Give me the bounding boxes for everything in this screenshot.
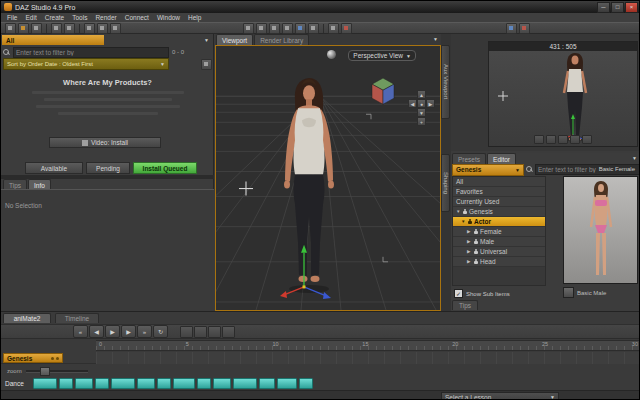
expand-icon[interactable]: ▼ bbox=[461, 219, 466, 224]
connect-status-icon[interactable] bbox=[506, 23, 517, 34]
viewport-3d[interactable]: Perspective View ▼ ▲ ◀ ● ▶ ▼ + bbox=[215, 45, 441, 311]
orbit-right-icon[interactable]: ▶ bbox=[426, 99, 435, 108]
universal-tool-icon[interactable] bbox=[295, 23, 306, 34]
cut-icon[interactable] bbox=[84, 23, 95, 34]
tab-render-library[interactable]: Render Library bbox=[254, 34, 309, 45]
surface-selection-tool-icon[interactable] bbox=[308, 23, 319, 34]
translate-tool-icon[interactable] bbox=[269, 23, 280, 34]
menu-help[interactable]: Help bbox=[184, 14, 205, 21]
anim-clip-block[interactable] bbox=[213, 378, 231, 389]
track-mute-icon[interactable] bbox=[51, 357, 54, 360]
tree-node-genesis[interactable]: ▼ Genesis bbox=[453, 207, 545, 217]
animate-options-icon[interactable] bbox=[222, 326, 235, 338]
zoom-tool-icon[interactable]: + bbox=[417, 117, 426, 126]
render-icon[interactable] bbox=[341, 23, 352, 34]
anim-clip-block[interactable] bbox=[197, 378, 211, 389]
redo-icon[interactable] bbox=[64, 23, 75, 34]
step-forward-icon[interactable]: ▶ bbox=[121, 325, 136, 338]
new-scene-icon[interactable] bbox=[5, 23, 16, 34]
animate-settings-icon[interactable] bbox=[208, 326, 221, 338]
anim-clip-block[interactable] bbox=[33, 378, 57, 389]
collapse-icon[interactable]: ▶ bbox=[467, 239, 472, 244]
orbit-center-icon[interactable]: ● bbox=[417, 99, 426, 108]
list-item-favorites[interactable]: Favorites bbox=[453, 187, 545, 197]
delete-keyframe-icon[interactable] bbox=[194, 326, 207, 338]
viewport-pane-menu-icon[interactable]: ▼ bbox=[433, 36, 438, 42]
tab-install-queued[interactable]: Install Queued bbox=[133, 162, 197, 174]
zoom-slider[interactable] bbox=[26, 367, 88, 374]
tab-all[interactable]: All bbox=[2, 35, 104, 45]
help-icon[interactable] bbox=[519, 23, 530, 34]
anim-clip-block[interactable] bbox=[233, 378, 257, 389]
anim-clip-block[interactable] bbox=[137, 378, 155, 389]
camera-icon[interactable] bbox=[328, 23, 339, 34]
save-file-icon[interactable] bbox=[31, 23, 42, 34]
zoom-slider-handle[interactable] bbox=[40, 367, 50, 376]
step-back-icon[interactable]: ◀ bbox=[89, 325, 104, 338]
figure-dropdown[interactable]: Genesis ▼ bbox=[452, 164, 524, 176]
tab-presets[interactable]: Presets bbox=[452, 153, 486, 164]
loop-icon[interactable]: ↻ bbox=[153, 325, 168, 338]
view-options-icon[interactable] bbox=[201, 59, 212, 70]
anim-clip-block[interactable] bbox=[299, 378, 313, 389]
aux-orbit-icon[interactable] bbox=[534, 135, 544, 144]
menu-connect[interactable]: Connect bbox=[121, 14, 153, 21]
scale-tool-icon[interactable] bbox=[282, 23, 293, 34]
anim-clip-block[interactable] bbox=[95, 378, 109, 389]
anim-clip-block[interactable] bbox=[75, 378, 93, 389]
collapse-icon[interactable]: ▶ bbox=[467, 249, 472, 254]
lesson-dropdown[interactable]: Select a Lesson... ▼ bbox=[441, 392, 559, 400]
collapse-icon[interactable]: ▶ bbox=[467, 259, 472, 264]
anim-clip-block[interactable] bbox=[59, 378, 73, 389]
skip-to-end-icon[interactable]: » bbox=[137, 325, 152, 338]
tree-node-male[interactable]: ▶ Male bbox=[453, 237, 545, 247]
anim-clip-block[interactable] bbox=[173, 378, 195, 389]
anim-clip-block[interactable] bbox=[111, 378, 135, 389]
copy-icon[interactable] bbox=[97, 23, 108, 34]
tab-tips-bottom[interactable]: Tips bbox=[452, 300, 478, 310]
close-button[interactable]: × bbox=[625, 2, 638, 13]
rotate-tool-icon[interactable] bbox=[256, 23, 267, 34]
track-lock-icon[interactable] bbox=[56, 357, 59, 360]
anim-clip-block[interactable] bbox=[157, 378, 171, 389]
tree-node-female[interactable]: ▶ Female bbox=[453, 227, 545, 237]
play-icon[interactable]: ▶ bbox=[105, 325, 120, 338]
menu-edit[interactable]: Edit bbox=[21, 14, 40, 21]
tree-node-head[interactable]: ▶ Head bbox=[453, 257, 545, 267]
track-genesis[interactable]: Genesis bbox=[3, 353, 63, 363]
menu-tools[interactable]: Tools bbox=[68, 14, 91, 21]
thumb-basic-female[interactable] bbox=[563, 176, 638, 284]
orbit-left-icon[interactable]: ◀ bbox=[408, 99, 417, 108]
aux-reset-icon[interactable] bbox=[582, 135, 592, 144]
add-keyframe-icon[interactable] bbox=[180, 326, 193, 338]
thumb-basic-male-row[interactable]: Basic Male bbox=[563, 287, 606, 298]
timeline-ruler[interactable]: 051015202530 bbox=[96, 340, 640, 351]
anim-clip-track[interactable] bbox=[33, 378, 313, 389]
sort-dropdown[interactable]: Sort by Order Date : Oldest First ▼ bbox=[3, 58, 169, 70]
aux-frame-icon[interactable] bbox=[570, 135, 580, 144]
tree-node-actor[interactable]: ▼ Actor bbox=[453, 217, 545, 227]
open-file-icon[interactable] bbox=[18, 23, 29, 34]
tab-pending[interactable]: Pending bbox=[86, 162, 130, 174]
tab-animate2[interactable]: aniMate2 bbox=[3, 313, 51, 323]
drawstyle-sphere-icon[interactable] bbox=[327, 50, 336, 59]
tab-timeline[interactable]: Timeline bbox=[55, 313, 99, 323]
minimize-button[interactable]: ─ bbox=[597, 2, 610, 13]
anim-clip-block[interactable] bbox=[277, 378, 297, 389]
side-tab-shaping[interactable]: Shaping bbox=[441, 154, 450, 212]
side-tab-aux-viewport[interactable]: Aux Viewport bbox=[441, 45, 450, 119]
undo-icon[interactable] bbox=[51, 23, 62, 34]
camera-view-dropdown[interactable]: Perspective View ▼ bbox=[348, 50, 416, 61]
aux-dolly-icon[interactable] bbox=[558, 135, 568, 144]
expand-icon[interactable]: ▼ bbox=[456, 209, 461, 214]
tree-node-universal[interactable]: ▶ Universal bbox=[453, 247, 545, 257]
tab-editor[interactable]: Editor bbox=[487, 153, 516, 164]
paste-icon[interactable] bbox=[110, 23, 121, 34]
video-install-button[interactable]: Video: Install bbox=[49, 137, 161, 148]
list-item-currently-used[interactable]: Currently Used bbox=[453, 197, 545, 207]
menu-file[interactable]: File bbox=[3, 14, 21, 21]
aux-viewport-render[interactable]: 431 : 505 bbox=[488, 41, 638, 147]
menu-window[interactable]: Window bbox=[153, 14, 184, 21]
track-lane[interactable] bbox=[96, 352, 640, 364]
show-sub-items-checkbox[interactable]: ✓ bbox=[454, 289, 463, 298]
